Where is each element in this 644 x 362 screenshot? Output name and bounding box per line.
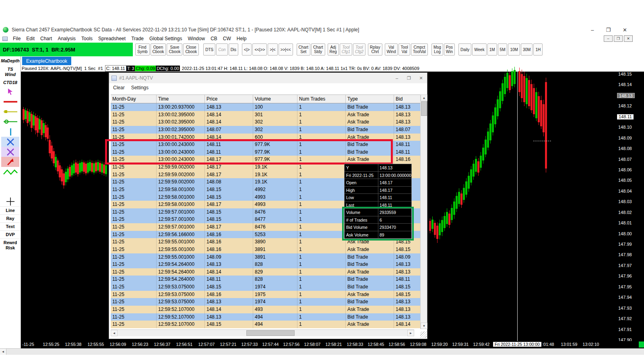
scroll-right-icon[interactable]: ► (407, 330, 414, 336)
toolbar-button-open-cbook[interactable]: OpenCbook (151, 43, 166, 56)
menu-item-global-settings[interactable]: Global Settings (147, 36, 185, 41)
ts-row[interactable]: 11-2513:00:02.395000148.143021Ask Trade1… (111, 118, 421, 126)
menu-item-file[interactable]: File (10, 36, 23, 41)
hline-circle-tool-icon[interactable] (1, 117, 19, 127)
menu-item-cb[interactable]: CB (208, 36, 220, 41)
toolbar-button-5m[interactable]: 5M (498, 43, 508, 56)
scroll-down-icon[interactable]: ▼ (421, 323, 427, 329)
column-header-price[interactable]: Price (205, 95, 253, 103)
toolbar-button-msg-log[interactable]: MsgLog (431, 43, 443, 56)
scrollbar-thumb[interactable] (421, 101, 427, 116)
sidebar-item-ray[interactable]: Ray (0, 214, 21, 222)
cross-tool-icon[interactable] (1, 147, 19, 157)
crosshair-tool-icon[interactable] (1, 196, 19, 206)
arrow-tool-icon[interactable] (1, 157, 19, 167)
ts-row[interactable]: 11-2512:59:54.264000148.138281Bid Trade1… (111, 261, 421, 268)
ts-row[interactable]: 11-2512:59:53.075000148.1519741Bid Trade… (111, 283, 421, 291)
minimize-button[interactable]: – (591, 27, 594, 33)
menu-item-help[interactable]: Help (234, 36, 250, 41)
ts-horizontal-scrollbar[interactable]: ◄ ► (111, 329, 414, 336)
sidebar-item-line[interactable]: Line (0, 206, 21, 214)
ts-titlebar[interactable]: #1 AAPL-NQTV – ❐ ✕ (109, 73, 427, 83)
tab-examplechartbook[interactable]: ExampleChartbook (22, 57, 71, 65)
toolbar-button-item[interactable]: <|> (242, 43, 252, 56)
toolbar-button-daily[interactable]: Daily (458, 43, 471, 56)
child-minimize-button[interactable]: – (604, 35, 613, 42)
toolbar-button-chart-stdy[interactable]: ChartStdy (311, 43, 325, 56)
toolbar-button-10m[interactable]: 10M (508, 43, 520, 56)
hline-tool-icon[interactable] (1, 97, 19, 107)
menu-item-analysis[interactable]: Analysis (55, 36, 78, 41)
menu-item-tools[interactable]: Tools (78, 36, 95, 41)
zigzag-tool-icon[interactable] (1, 167, 19, 177)
sidebar-item-rewrd-risk[interactable]: RewrdRisk (0, 239, 21, 252)
ts-menu-settings[interactable]: Settings (131, 85, 149, 90)
toolbar-button-tool-cfg2[interactable]: ToolCfg2 (353, 43, 365, 56)
ts-row[interactable]: 11-2512:59:52.107000148.144931Ask Trade1… (111, 306, 421, 313)
scrollbar-thumb[interactable] (246, 330, 295, 336)
column-header-bid[interactable]: Bid (394, 95, 421, 103)
ts-maximize-button[interactable]: ❐ (403, 74, 415, 82)
toolbar-button-chart-set[interactable]: ChartSet (297, 43, 310, 56)
toolbar-button-item[interactable]: >>|<< (279, 43, 293, 56)
scrollbar-track[interactable] (118, 330, 407, 336)
toolbar-button-val-wind[interactable]: ValWind (385, 43, 398, 56)
menu-item-window[interactable]: Window (185, 36, 208, 41)
ts-row[interactable]: 11-2513:00:20.937000148.131001Bid Trade1… (111, 103, 421, 111)
ts-row[interactable]: 11-2513:00:02.395000148.143011Ask Trade1… (111, 111, 421, 119)
ts-vertical-scrollbar[interactable]: ▲ ▼ (420, 95, 427, 329)
toolbar-button-item[interactable]: >|< (268, 43, 277, 56)
ts-row[interactable]: 11-2513:00:02.395000148.073021Bid Trade1… (111, 126, 421, 134)
scrollbar-track[interactable] (6, 349, 644, 355)
toolbar-button-save-cbook[interactable]: SaveCbook (167, 43, 182, 56)
ts-row[interactable]: 11-2512:59:55.001000148.0938911Bid Trade… (111, 253, 421, 261)
price-axis[interactable]: 148.15148.14148.13148.12148.11148.10148.… (616, 72, 644, 341)
ts-row[interactable]: 11-2512:59:53.075000148.1619751Ask Trade… (111, 291, 421, 298)
toolbar-button-find-symb[interactable]: FindSymb (135, 43, 150, 56)
ts-minimize-button[interactable]: – (391, 74, 403, 82)
ts-row[interactable]: 11-2512:59:55.001000148.1638911Ask Trade… (111, 246, 421, 253)
ts-row[interactable]: 11-2512:59:54.264000148.148291Ask Trade1… (111, 268, 421, 276)
column-header-num-trades[interactable]: Num Trades (297, 95, 346, 103)
scroll-up-icon[interactable]: ▲ (421, 95, 427, 101)
menu-item-edit[interactable]: Edit (23, 36, 37, 41)
menu-item-chart[interactable]: Chart (37, 36, 55, 41)
close-button[interactable]: ✕ (623, 27, 627, 33)
sidebar-item-text[interactable]: Text (0, 222, 21, 230)
chart-horizontal-scrollbar[interactable]: ◄ (0, 348, 644, 355)
toolbar-button-30m[interactable]: 30M (521, 43, 533, 56)
sidebar-item-dvp[interactable]: DVP (0, 230, 21, 239)
menu-item-trade[interactable]: Trade (128, 36, 147, 41)
child-restore-button[interactable]: ❐ (614, 35, 623, 42)
cross-tool-icon[interactable] (1, 137, 19, 147)
scroll-left-icon[interactable]: ◄ (0, 349, 6, 355)
ts-menu-clear[interactable]: Clear (113, 85, 125, 90)
toolbar-button-adj-reg[interactable]: AdjReg (328, 43, 339, 56)
time-axis[interactable]: -11-2512:55:2512:55:3812:55:5512:56:0912… (21, 341, 644, 348)
scroll-left-icon[interactable]: ◄ (111, 330, 118, 336)
child-close-button[interactable]: ✕ (624, 35, 633, 42)
ts-row[interactable]: 11-2512:59:54.264000148.118281Bid Trade1… (111, 276, 421, 283)
toolbar-button-1m[interactable]: 1M (487, 43, 497, 56)
toolbar-button-cmpct-toolval[interactable]: CmpctToolVal (411, 43, 428, 56)
ts-row[interactable]: 11-2512:59:52.107000148.134941Bid Trade1… (111, 313, 421, 321)
toolbar-button-tool-val[interactable]: ToolVal (398, 43, 410, 56)
toolbar-button-con[interactable]: Con (216, 43, 227, 56)
toolbar-button-pos-win[interactable]: PosWin (444, 43, 455, 56)
toolbar-button-close-cbook[interactable]: CloseCbook (183, 43, 199, 56)
menu-item-cw[interactable]: CW (220, 36, 234, 41)
ts-close-button[interactable]: ✕ (415, 74, 427, 82)
hline-square-tool-icon[interactable] (1, 107, 19, 117)
ts-row[interactable]: 11-2512:59:53.075000148.1319741Bid Trade… (111, 298, 421, 306)
maximize-button[interactable]: ❐ (606, 27, 611, 33)
toolbar-button-item[interactable]: <<|>> (252, 43, 267, 56)
toolbar-button-tool-cfg1[interactable]: ToolCfg1 (340, 43, 352, 56)
toolbar-button-dis[interactable]: Dis (229, 43, 238, 56)
column-header-type[interactable]: Type (346, 95, 394, 103)
column-header-volume[interactable]: Volume (253, 95, 297, 103)
vline-tool-icon[interactable] (1, 127, 19, 137)
menu-item-spreadsheet[interactable]: Spreadsheet (95, 36, 128, 41)
pointer-tool-icon[interactable] (1, 86, 19, 97)
resize-grip[interactable] (420, 331, 427, 338)
toolbar-button-rplay-chrt[interactable]: RplayChrt (368, 43, 382, 56)
